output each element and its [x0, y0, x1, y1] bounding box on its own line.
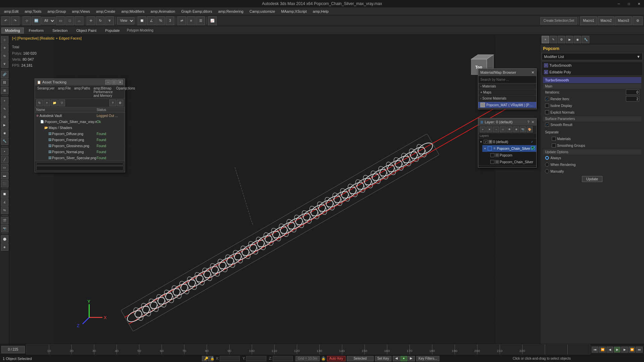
lm-add-to-layer[interactable]: →	[493, 126, 499, 132]
explicit-checkbox[interactable]	[545, 110, 549, 114]
align-button[interactable]: ≡	[187, 16, 196, 25]
hierarchy-icon[interactable]: ⚙	[558, 36, 565, 43]
scale-snap[interactable]: %	[1, 206, 8, 214]
go-start-button[interactable]: ⏮	[592, 347, 598, 353]
filter-dropdown[interactable]: All	[41, 17, 55, 24]
at-filter[interactable]: ▽	[58, 100, 65, 106]
create-selection-set-button[interactable]: Create;Selection;Set	[540, 17, 577, 24]
at-menu-file[interactable]: amp;File	[57, 86, 72, 98]
macro1-button[interactable]: Macro1	[580, 16, 597, 25]
vertex-sub[interactable]: •	[1, 148, 8, 155]
next-frame-button[interactable]: ▶	[621, 347, 628, 353]
modifier-list-dropdown[interactable]: Modifier List ▼	[542, 53, 643, 60]
menu-animation[interactable]: amp;Animation	[148, 9, 178, 14]
mat-materials-header[interactable]: - Materials	[478, 83, 536, 89]
lock-button[interactable]: 🔒	[321, 356, 326, 361]
lm-render-all[interactable]: 📷	[520, 126, 526, 132]
key-filters-button[interactable]: Key Filters...	[416, 356, 440, 361]
lm-color[interactable]: 🎨	[527, 126, 533, 132]
lm-scrollbar[interactable]	[478, 165, 536, 167]
macro4-button[interactable]: ⚙	[633, 16, 643, 25]
quick-render[interactable]: 📷	[1, 225, 8, 232]
at-row-specular[interactable]: 🖼 Popcorn_Silver_Specular.png Found	[47, 155, 125, 161]
at-close[interactable]: ✕	[117, 80, 123, 84]
lm-freeze-all[interactable]: ❄	[513, 126, 519, 132]
minimize-button[interactable]: ─	[614, 0, 624, 7]
angle-snap[interactable]: ∠	[1, 198, 8, 206]
lm-row-popcorn[interactable]: ⬡ Popcorn	[485, 152, 536, 159]
lm-help[interactable]: ?	[527, 120, 529, 124]
tab-freeform[interactable]: Freeform	[25, 27, 48, 34]
modify-icon[interactable]: ✎	[550, 36, 557, 43]
at-table[interactable]: ⊕ Autodesk Vault Logged Out ... 📄 Popcor…	[35, 113, 125, 161]
menu-tools[interactable]: amp;Tools	[22, 9, 44, 14]
macro2-button[interactable]: Macro2	[598, 16, 614, 25]
mat-browser-title[interactable]: Material/Map Browser ✕	[478, 69, 536, 76]
bind-tool[interactable]: ⊠	[1, 87, 8, 94]
lm-close[interactable]: ✕	[531, 120, 534, 124]
at-menu-paths[interactable]: amp;Paths	[73, 86, 91, 98]
snap-spinner[interactable]: 3	[166, 16, 174, 25]
motion-icon[interactable]: ▶	[566, 36, 573, 43]
mat-browser-close[interactable]: ✕	[531, 70, 534, 75]
display-tool[interactable]: ◉	[1, 129, 8, 137]
undo-button[interactable]: ↶	[1, 16, 10, 25]
isoline-checkbox[interactable]	[545, 104, 549, 108]
element-sub[interactable]: ⬛	[1, 180, 8, 187]
scene-mat-popcorn[interactable]: Popcorn_MAT ( VRayMtl ) [Popcorn]	[478, 102, 536, 108]
next-key-button[interactable]: ⏩	[629, 347, 635, 353]
menu-customize[interactable]: Camp;ustomize	[247, 9, 278, 14]
extra-btn-2[interactable]: ◈	[1, 243, 8, 251]
update-options-title[interactable]: Update Options	[543, 149, 641, 155]
asset-tracking-titlebar[interactable]: 📋 Asset Tracking ─ □ ✕	[35, 79, 125, 85]
lm-vis-popcorn[interactable]	[490, 153, 494, 157]
create-icon[interactable]: +	[542, 36, 549, 43]
iterations-input[interactable]	[626, 89, 639, 95]
at-folder[interactable]: 📁	[51, 100, 58, 106]
render-btn[interactable]: 🎬	[1, 217, 8, 224]
main-section-title[interactable]: Main	[543, 84, 641, 89]
move-tool[interactable]: ✛	[1, 44, 8, 52]
select-window-button[interactable]: □	[65, 16, 74, 25]
z-value[interactable]	[273, 356, 293, 361]
at-row-diffuse[interactable]: 🖼 Popcorn_Diffuse.png Found	[47, 131, 125, 137]
lm-vis-chain[interactable]	[488, 146, 492, 150]
play-button[interactable]: ▶	[614, 347, 621, 353]
lm-select-by-layer[interactable]: ⊹	[500, 126, 506, 132]
select-button[interactable]: ⊹	[22, 16, 31, 25]
close-button[interactable]: ✕	[634, 0, 644, 7]
key-icon[interactable]: 🔑	[202, 356, 207, 361]
at-minimize[interactable]: ─	[105, 80, 111, 84]
turbo-smooth-title[interactable]: TurboSmooth	[543, 77, 641, 83]
lm-active-btn-chain[interactable]	[531, 146, 535, 151]
at-row-vault[interactable]: ⊕ Autodesk Vault Logged Out ...	[35, 113, 125, 119]
macro3-button[interactable]: Macro3	[615, 16, 632, 25]
at-settings[interactable]: ⚙	[117, 100, 123, 106]
snap-angle[interactable]: ∠	[147, 16, 156, 25]
key-add-btn[interactable]: ●	[400, 356, 407, 361]
display-icon[interactable]: ◉	[574, 36, 581, 43]
lm-delete-layer[interactable]: ✕	[486, 126, 492, 132]
at-row-fresnel[interactable]: 🖼 Popcorn_Fresnel.png Found	[47, 137, 125, 143]
rotate-button[interactable]: ↻	[96, 16, 105, 25]
menu-views[interactable]: amp;Views	[69, 9, 93, 14]
surface-section-title[interactable]: Surface Parameters	[543, 116, 641, 121]
lm-add-layer[interactable]: +	[480, 126, 486, 132]
mirror-button[interactable]: ⇌	[177, 16, 186, 25]
at-menu-options[interactable]: Opamp;tions	[115, 86, 136, 98]
key-next-btn[interactable]: ▶	[408, 356, 415, 361]
utilities-tool[interactable]: 🔧	[1, 137, 8, 145]
at-refresh[interactable]: ↻	[36, 100, 43, 106]
mod-turbosmooth[interactable]: T TurboSmooth	[542, 62, 642, 69]
select-tool[interactable]: ⊹	[1, 36, 8, 44]
lm-expand-chain[interactable]: ▼	[484, 147, 487, 150]
scale-tool[interactable]: ⛛	[1, 60, 8, 68]
snap-3d[interactable]: 🔲	[1, 190, 8, 198]
graph-editor-button[interactable]: 📈	[208, 16, 217, 25]
hierarchy-tool[interactable]: ⚙	[1, 113, 8, 121]
at-row-glossiness[interactable]: 🖼 Popcorn_Glossiness.png Found	[47, 143, 125, 149]
scale-button[interactable]: ⛛	[105, 16, 114, 25]
lasso-select[interactable]: ⌓	[75, 16, 84, 25]
smooth-result-checkbox[interactable]	[545, 123, 549, 127]
timeline-time-display[interactable]: 0 / 225	[1, 346, 25, 353]
